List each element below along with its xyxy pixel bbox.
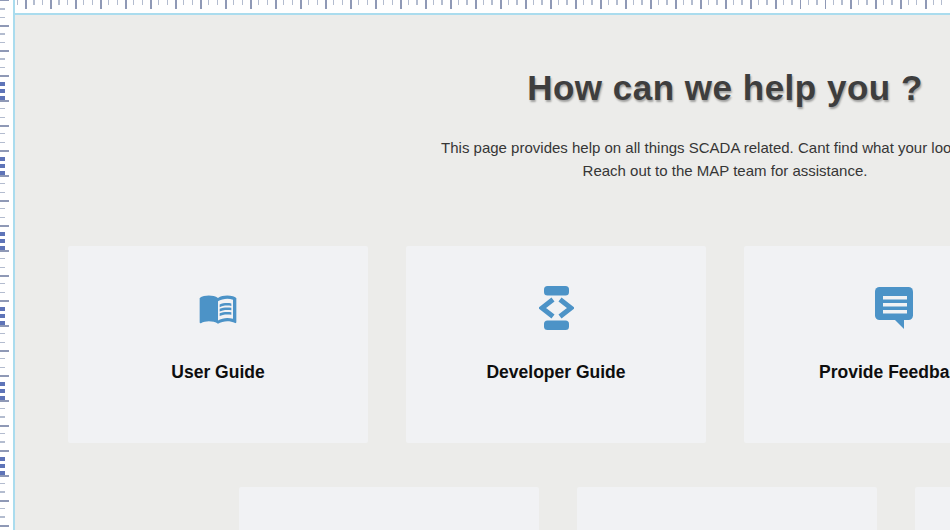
open-book-icon <box>195 286 241 330</box>
card-partial[interactable] <box>239 487 539 530</box>
page-title: How can we help you ? <box>0 68 950 108</box>
card-user-guide[interactable]: User Guide <box>68 246 368 443</box>
chat-bubble-icon <box>875 286 913 330</box>
card-label: Provide Feedback <box>819 362 950 383</box>
horizontal-ruler <box>0 0 950 15</box>
card-developer-guide[interactable]: Developer Guide <box>406 246 706 443</box>
card-partial[interactable] <box>915 487 950 530</box>
developer-mode-icon <box>539 286 574 330</box>
ruler-guide-marks <box>0 82 5 530</box>
subtitle-line-1: This page provides help on all things SC… <box>0 136 950 159</box>
vertical-ruler <box>0 0 15 530</box>
card-provide-feedback[interactable]: Provide Feedback <box>744 246 950 443</box>
card-label: User Guide <box>171 362 264 383</box>
card-label: Developer Guide <box>486 362 625 383</box>
help-page: How can we help you ? This page provides… <box>0 0 950 530</box>
bottom-cards-row <box>239 487 950 530</box>
page-subtitle: This page provides help on all things SC… <box>0 136 950 182</box>
help-cards-row: User Guide Developer Guide <box>68 246 950 443</box>
subtitle-line-2: Reach out to the MAP team for assistance… <box>0 159 950 182</box>
card-partial[interactable] <box>577 487 877 530</box>
